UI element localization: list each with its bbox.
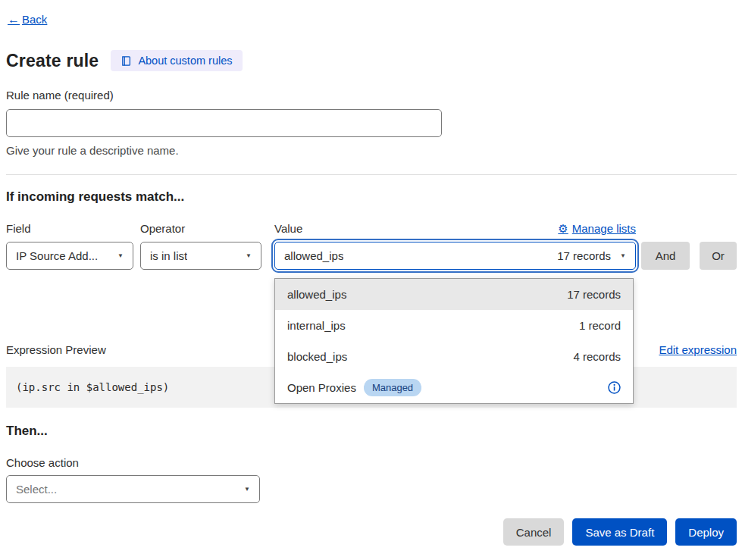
list-option-allowed-ips[interactable]: allowed_ips 17 records	[275, 279, 633, 310]
list-option-name: allowed_ips	[287, 288, 346, 301]
match-heading: If incoming requests match...	[6, 189, 184, 205]
list-option-meta: 1 record	[579, 319, 621, 332]
chevron-down-icon: ▼	[246, 252, 252, 259]
managed-badge: Managed	[364, 379, 421, 396]
back-link-label: Back	[22, 13, 47, 26]
page-title: Create rule	[6, 51, 99, 71]
back-arrow-icon: ←	[8, 14, 20, 26]
list-option-name: blocked_ips	[287, 350, 347, 363]
rule-name-helper: Give your rule a descriptive name.	[6, 144, 442, 157]
section-divider	[6, 174, 737, 175]
footer-actions: Cancel Save as Draft Deploy	[503, 518, 737, 546]
title-row: Create rule About custom rules	[6, 50, 243, 71]
choose-action-label: Choose action	[6, 456, 79, 469]
manage-lists-link[interactable]: ⚙Manage lists	[558, 222, 636, 235]
action-select[interactable]: Select... ▼	[6, 475, 260, 503]
list-option-blocked-ips[interactable]: blocked_ips 4 records	[275, 341, 633, 372]
list-option-open-proxies[interactable]: Open Proxies Managed	[275, 372, 633, 403]
field-column: Field IP Source Add... ▼	[6, 221, 133, 270]
list-option-meta: 4 records	[573, 350, 621, 363]
value-label: Value	[274, 222, 302, 235]
create-rule-page: ←Back Create rule About custom rules Rul…	[0, 0, 742, 560]
back-link[interactable]: ←Back	[8, 13, 47, 26]
about-custom-rules-label: About custom rules	[138, 55, 232, 67]
list-option-name: internal_ips	[287, 319, 346, 332]
match-condition-row: Field IP Source Add... ▼ Operator is in …	[6, 221, 737, 410]
rule-name-input[interactable]	[6, 109, 442, 137]
then-heading: Then...	[6, 424, 48, 439]
value-select[interactable]: allowed_ips 17 records ▼	[274, 242, 636, 270]
cancel-button[interactable]: Cancel	[503, 518, 565, 546]
rule-name-group: Rule name (required) Give your rule a de…	[6, 89, 442, 157]
chevron-down-icon: ▼	[620, 252, 626, 259]
and-button[interactable]: And	[641, 242, 690, 270]
action-select-placeholder: Select...	[16, 483, 57, 496]
value-select-meta: 17 records	[557, 249, 611, 262]
field-select[interactable]: IP Source Add... ▼	[6, 242, 133, 270]
list-option-meta: 17 records	[567, 288, 621, 301]
operator-select[interactable]: is in list ▼	[140, 242, 261, 270]
save-draft-button[interactable]: Save as Draft	[572, 518, 667, 546]
value-select-value: allowed_ips	[284, 249, 343, 262]
chevron-down-icon: ▼	[244, 486, 250, 493]
list-option-name: Open Proxies	[287, 381, 356, 394]
operator-select-value: is in list	[150, 249, 187, 262]
operator-label: Operator	[140, 222, 185, 235]
gear-icon: ⚙	[558, 223, 568, 234]
rule-name-label: Rule name (required)	[6, 89, 442, 102]
operator-column: Operator is in list ▼	[140, 221, 261, 270]
field-select-value: IP Source Add...	[16, 249, 98, 262]
list-option-internal-ips[interactable]: internal_ips 1 record	[275, 310, 633, 341]
chevron-down-icon: ▼	[117, 252, 124, 259]
manage-lists-label: Manage lists	[572, 222, 636, 235]
info-icon[interactable]	[608, 381, 621, 394]
lists-dropdown: allowed_ips 17 records internal_ips 1 re…	[274, 278, 634, 404]
field-label: Field	[6, 222, 31, 235]
about-custom-rules-link[interactable]: About custom rules	[111, 50, 242, 71]
book-icon	[121, 55, 132, 67]
deploy-button[interactable]: Deploy	[675, 518, 737, 546]
value-column: Value ⚙Manage lists allowed_ips 17 recor…	[274, 221, 636, 270]
or-button[interactable]: Or	[700, 242, 737, 270]
